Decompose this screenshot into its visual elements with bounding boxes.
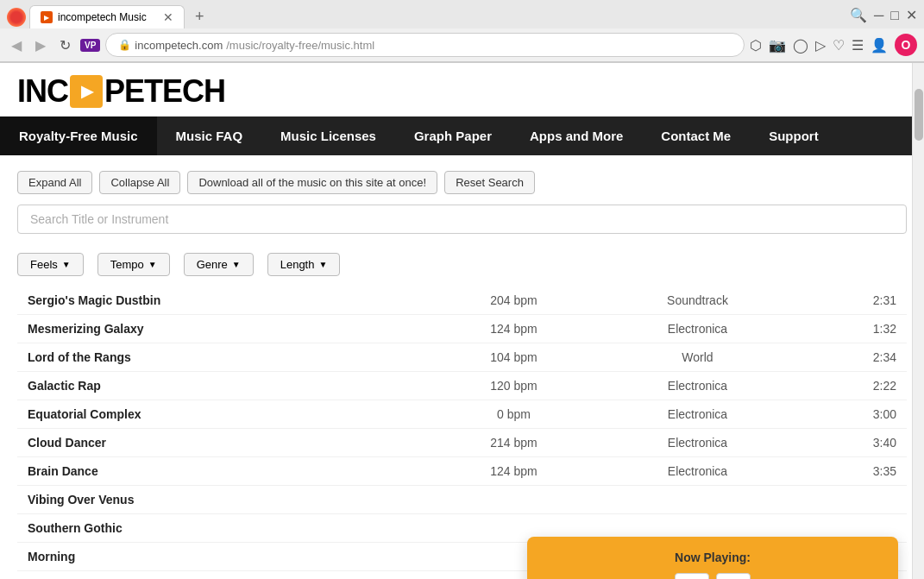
external-link-icon[interactable]: ⬡ xyxy=(750,37,762,53)
forward-button[interactable]: ▶ xyxy=(31,35,50,56)
track-genre: Soundtrack xyxy=(597,286,798,315)
track-bpm xyxy=(431,486,597,514)
track-genre: Electronica xyxy=(597,315,798,343)
address-input[interactable]: 🔒 incompetech.com /music/royalty-free/mu… xyxy=(105,33,745,57)
expand-all-button[interactable]: Expand All xyxy=(17,171,92,194)
track-name: Galactic Rap xyxy=(17,372,431,400)
browser-logo xyxy=(7,8,26,27)
track-name: Sergio's Magic Dustbin xyxy=(17,286,431,315)
table-row[interactable]: Equatorial Complex 0 bpm Electronica 3:0… xyxy=(17,400,907,429)
track-name: Cloud Dancer xyxy=(17,429,431,457)
nav-music-faq[interactable]: Music FAQ xyxy=(157,116,262,155)
table-row[interactable]: Lord of the Rangs 104 bpm World 2:34 xyxy=(17,343,907,372)
track-table: Sergio's Magic Dustbin 204 bpm Soundtrac… xyxy=(17,286,907,579)
page-content: INC PETECH Royalty-Free Music Music FAQ … xyxy=(0,63,924,579)
genre-filter[interactable]: Genre xyxy=(184,253,254,276)
new-tab-button[interactable]: + xyxy=(188,6,211,28)
play-button[interactable]: ▶ xyxy=(675,573,709,579)
back-button[interactable]: ◀ xyxy=(7,35,26,56)
track-length xyxy=(798,486,907,514)
track-bpm: 204 bpm xyxy=(431,286,597,315)
screenshot-icon[interactable]: 📷 xyxy=(769,37,786,53)
track-name: Brain Dance xyxy=(17,457,431,486)
feels-filter[interactable]: Feels xyxy=(17,253,84,276)
track-name: Evening xyxy=(17,571,431,580)
tab-close-button[interactable]: ✕ xyxy=(163,10,173,24)
logo-play-icon xyxy=(70,75,103,108)
scrollbar-track[interactable] xyxy=(912,63,924,579)
nav-royalty-free-music[interactable]: Royalty-Free Music xyxy=(0,116,157,155)
collapse-all-button[interactable]: Collapse All xyxy=(99,171,180,194)
site-logo: INC PETECH xyxy=(17,73,907,110)
track-genre: Electronica xyxy=(597,400,798,429)
track-length: 2:31 xyxy=(798,286,907,315)
tab-right-controls: 🔍 ─ □ ✕ xyxy=(850,7,917,27)
track-bpm: 0 bpm xyxy=(431,400,597,429)
table-row[interactable]: Brain Dance 124 bpm Electronica 3:35 xyxy=(17,457,907,486)
logo-text-before: INC xyxy=(17,73,68,110)
track-bpm: 124 bpm xyxy=(431,457,597,486)
tab-title: incompetech Music xyxy=(58,11,158,23)
minimize-icon[interactable]: ─ xyxy=(874,8,883,23)
track-name: Equatorial Complex xyxy=(17,400,431,429)
lock-icon: 🔒 xyxy=(118,39,131,51)
site-header: INC PETECH xyxy=(0,63,924,116)
nav-menu: Royalty-Free Music Music FAQ Music Licen… xyxy=(0,116,924,155)
search-icon[interactable]: 🔍 xyxy=(850,7,867,23)
track-name: Vibing Over Venus xyxy=(17,486,431,514)
track-bpm: 104 bpm xyxy=(431,343,597,372)
url-path: /music/royalty-free/music.html xyxy=(226,39,374,52)
length-filter[interactable]: Length xyxy=(267,253,341,276)
bookmark-icon[interactable]: ♡ xyxy=(833,37,845,53)
player-controls: ▶ ■ xyxy=(544,573,881,579)
nav-music-licenses[interactable]: Music Licenses xyxy=(261,116,395,155)
opera-accent[interactable]: O xyxy=(895,34,917,56)
now-playing-label: Now Playing: xyxy=(544,551,881,564)
url-base: incompetech.com xyxy=(135,39,223,52)
track-bpm: 120 bpm xyxy=(431,372,597,400)
reset-search-button[interactable]: Reset Search xyxy=(444,171,535,194)
tab-favicon xyxy=(41,11,53,23)
track-genre: World xyxy=(597,343,798,372)
track-length: 2:34 xyxy=(798,343,907,372)
active-tab[interactable]: incompetech Music ✕ xyxy=(29,5,185,28)
nav-graph-paper[interactable]: Graph Paper xyxy=(395,116,511,155)
nav-contact-me[interactable]: Contact Me xyxy=(642,116,750,155)
nav-support[interactable]: Support xyxy=(750,116,838,155)
table-row[interactable]: Mesmerizing Galaxy 124 bpm Electronica 1… xyxy=(17,315,907,343)
track-name: Southern Gothic xyxy=(17,514,431,543)
toolbar-row: Expand All Collapse All Download all of … xyxy=(17,171,907,194)
close-window-icon[interactable]: ✕ xyxy=(906,7,917,23)
track-length: 3:35 xyxy=(798,457,907,486)
track-name: Mesmerizing Galaxy xyxy=(17,315,431,343)
track-bpm: 124 bpm xyxy=(431,315,597,343)
address-bar-row: ◀ ▶ ↻ VP 🔒 incompetech.com /music/royalt… xyxy=(0,28,924,62)
table-row[interactable]: Sergio's Magic Dustbin 204 bpm Soundtrac… xyxy=(17,286,907,315)
menu-icon[interactable]: ☰ xyxy=(852,37,864,53)
tempo-filter[interactable]: Tempo xyxy=(97,253,170,276)
download-all-button[interactable]: Download all of the music on this site a… xyxy=(187,171,437,194)
track-genre xyxy=(597,486,798,514)
account-icon[interactable]: 👤 xyxy=(871,37,888,53)
refresh-button[interactable]: ↻ xyxy=(55,35,75,56)
browser-chrome: incompetech Music ✕ + 🔍 ─ □ ✕ ◀ ▶ ↻ VP 🔒… xyxy=(0,0,924,63)
maximize-icon[interactable]: □ xyxy=(890,8,899,23)
table-row[interactable]: Cloud Dancer 214 bpm Electronica 3:40 xyxy=(17,429,907,457)
vpn-badge[interactable]: VP xyxy=(80,39,100,52)
address-bar-actions: ⬡ 📷 ◯ ▷ ♡ ☰ 👤 O xyxy=(750,34,917,56)
play-icon[interactable]: ▷ xyxy=(815,37,826,53)
nav-apps-and-more[interactable]: Apps and More xyxy=(511,116,642,155)
wallet-icon[interactable]: ◯ xyxy=(793,37,808,53)
search-input[interactable] xyxy=(17,205,907,234)
track-genre: Electronica xyxy=(597,372,798,400)
filter-row: Feels Tempo Genre Length xyxy=(17,246,907,283)
track-genre: Electronica xyxy=(597,457,798,486)
track-length: 3:00 xyxy=(798,400,907,429)
scrollbar-thumb[interactable] xyxy=(915,89,923,141)
track-name: Morning xyxy=(17,543,431,571)
table-row[interactable]: Galactic Rap 120 bpm Electronica 2:22 xyxy=(17,372,907,400)
track-length: 3:40 xyxy=(798,429,907,457)
table-row[interactable]: Vibing Over Venus xyxy=(17,486,907,514)
now-playing-widget: Now Playing: ▶ ■ 0:00 0:00 xyxy=(527,537,898,579)
stop-button[interactable]: ■ xyxy=(716,573,751,579)
